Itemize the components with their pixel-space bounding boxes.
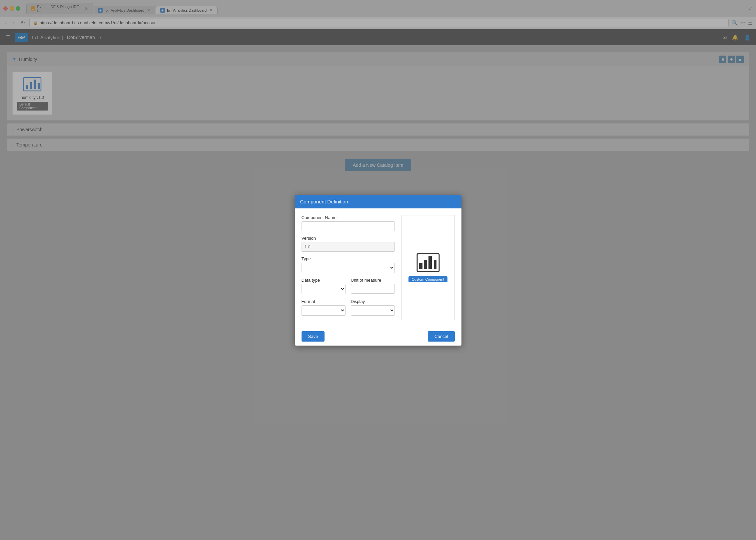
- format-select[interactable]: [302, 305, 346, 316]
- save-button[interactable]: Save: [302, 331, 325, 342]
- modal-body: Component Name Version Type: [295, 208, 461, 327]
- format-display-row: Format Display: [302, 299, 395, 320]
- type-group: Type: [302, 256, 395, 273]
- unit-of-measure-group: Unit of measure: [351, 278, 395, 294]
- modal-footer: Save Cancel: [295, 327, 461, 346]
- modal-overlay[interactable]: Component Definition Component Name Vers…: [0, 0, 756, 540]
- preview-chart-icon: [416, 253, 440, 272]
- modal-preview: Custom Component: [401, 215, 455, 320]
- svg-rect-9: [434, 260, 436, 269]
- component-name-input[interactable]: [302, 221, 395, 231]
- cancel-button[interactable]: Cancel: [428, 331, 454, 342]
- component-name-label: Component Name: [302, 215, 395, 220]
- display-group: Display: [351, 299, 395, 316]
- data-type-label: Data type: [302, 278, 346, 283]
- version-group: Version: [302, 236, 395, 252]
- svg-rect-7: [424, 260, 427, 269]
- svg-rect-8: [428, 256, 432, 269]
- version-label: Version: [302, 236, 395, 241]
- type-select[interactable]: [302, 263, 395, 273]
- component-name-group: Component Name: [302, 215, 395, 231]
- display-label: Display: [351, 299, 395, 304]
- format-label: Format: [302, 299, 346, 304]
- format-group: Format: [302, 299, 346, 316]
- unit-of-measure-input[interactable]: [351, 284, 395, 294]
- type-label: Type: [302, 256, 395, 261]
- unit-of-measure-label: Unit of measure: [351, 278, 395, 283]
- modal-form: Component Name Version Type: [302, 215, 395, 320]
- modal-title: Component Definition: [300, 199, 348, 204]
- data-type-unit-row: Data type Unit of measure: [302, 278, 395, 299]
- data-type-select[interactable]: [302, 284, 346, 294]
- version-input[interactable]: [302, 242, 395, 252]
- modal-header: Component Definition: [295, 195, 461, 208]
- data-type-group: Data type: [302, 278, 346, 294]
- display-select[interactable]: [351, 305, 395, 316]
- svg-rect-6: [419, 263, 422, 269]
- custom-component-badge: Custom Component: [408, 276, 448, 282]
- component-definition-modal: Component Definition Component Name Vers…: [295, 195, 461, 346]
